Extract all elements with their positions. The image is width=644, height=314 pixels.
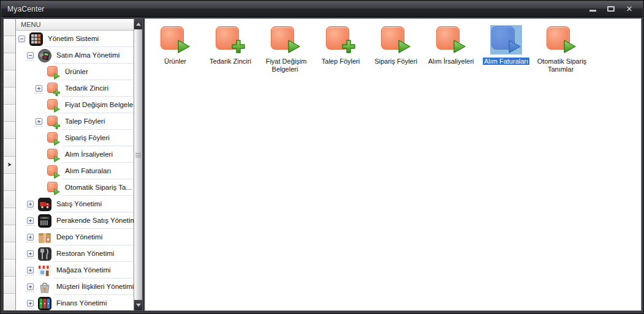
indicator-cell[interactable] [4, 191, 15, 208]
product-play-icon [47, 99, 60, 112]
tree-label-cell: Satış Yönetimi [53, 196, 134, 212]
expand-toggle[interactable] [27, 201, 36, 207]
crm-bag-icon [37, 280, 52, 294]
product-play-icon[interactable] [545, 25, 577, 54]
indicator-cell[interactable] [4, 70, 15, 88]
shortcut-alım-faturaları[interactable]: Alım Faturaları [479, 24, 534, 73]
product-play-icon [47, 181, 60, 195]
shortcut-tedarik-zinciri[interactable]: Tedarik Zinciri [203, 24, 258, 73]
tree-item-fiyat-değişim-belgeleri[interactable]: Fiyat Değişim Belgeleri [16, 97, 134, 113]
dotted-tick [26, 242, 34, 242]
shortcut-sipariş-föyleri[interactable]: Sipariş Föyleri [368, 24, 423, 73]
green-plus-icon [341, 39, 357, 54]
minimize-button[interactable] [588, 5, 597, 13]
tree-item-sipariş-föyleri[interactable]: Sipariş Föyleri [16, 130, 134, 146]
indicator-cell[interactable] [4, 242, 15, 260]
tree-item-label: Tedarik Zinciri [65, 84, 108, 92]
expand-toggle[interactable] [27, 52, 36, 59]
scrollbar-down-button[interactable] [134, 300, 142, 310]
maximize-button[interactable] [606, 5, 616, 13]
product-play-icon[interactable] [270, 25, 301, 54]
expand-plus-icon[interactable] [27, 217, 34, 224]
tree-item-finans-yönetimi[interactable]: Finans Yönetimi [16, 295, 134, 310]
product-play-icon[interactable] [380, 25, 412, 54]
tree-item-satış-yönetimi[interactable]: Satış Yönetimi [16, 196, 134, 212]
green-play-icon [561, 39, 577, 54]
indicator-cell[interactable] [4, 53, 15, 70]
indicator-cell[interactable] [4, 36, 15, 53]
expand-plus-icon[interactable] [36, 85, 42, 92]
tree-label-cell: Perakende Satış Yönetimi [53, 212, 134, 229]
product-plus-icon[interactable] [325, 25, 357, 54]
indicator-cell[interactable] [4, 208, 15, 225]
dotted-tick [26, 308, 34, 308]
tree-label-cell: Ürünler [62, 64, 134, 80]
tree-item-yönetim-sistemi[interactable]: Yönetim Sistemi [16, 31, 134, 47]
expand-plus-icon[interactable] [27, 234, 34, 241]
indicator-cell[interactable] [4, 294, 15, 310]
scrollbar-thumb-grip[interactable] [135, 153, 141, 158]
tree-label-cell: Alım İrsaliyeleri [62, 146, 134, 163]
tree-item-label: Alım Faturaları [65, 167, 111, 174]
tree-item-restoran-yönetimi[interactable]: Restoran Yönetimi [16, 245, 134, 262]
indicator-cell[interactable] [4, 139, 15, 156]
maximize-icon [607, 6, 615, 12]
tree-item-satın-alma-yönetimi[interactable]: Satın Alma Yönetimi [16, 47, 134, 64]
tree-item-mağaza-yönetimi[interactable]: Mağaza Yönetimi [16, 262, 134, 278]
expand-plus-icon[interactable] [27, 283, 34, 290]
arrow-down-icon [136, 304, 141, 307]
indicator-cell[interactable] [4, 260, 15, 277]
tree-item-perakende-satış-yönetimi[interactable]: Perakende Satış Yönetimi [16, 212, 134, 229]
collapse-minus-icon[interactable] [27, 52, 34, 59]
shortcut-otomatik-sipariş-tanımlar[interactable]: Otomatik Sipariş Tanımlar [534, 24, 589, 73]
shortcut-label-text: Alım Faturaları [483, 58, 529, 65]
tree-item-ürünler[interactable]: Ürünler [16, 64, 134, 80]
expand-toggle[interactable] [36, 118, 45, 125]
dotted-tick [26, 60, 34, 61]
scrollbar-up-button[interactable] [134, 19, 142, 29]
expand-toggle[interactable] [27, 283, 36, 290]
shortcut-alım-i-rsaliyeleri[interactable]: Alım İrsaliyeleri [423, 24, 479, 73]
product-play-icon[interactable] [159, 25, 191, 54]
tree-item-otomatik-sipariş-ta[interactable]: Otomatik Sipariş Ta... [16, 179, 134, 196]
expand-plus-icon[interactable] [27, 201, 34, 207]
indicator-cell[interactable] [4, 174, 15, 191]
tree-item-tedarik-zinciri[interactable]: Tedarik Zinciri [16, 80, 134, 97]
expand-toggle[interactable] [27, 217, 36, 224]
expand-plus-icon[interactable] [27, 300, 34, 307]
expand-plus-icon[interactable] [36, 118, 42, 125]
shortcut-talep-föyleri[interactable]: Talep Föyleri [313, 24, 368, 73]
tree-item-talep-föyleri[interactable]: Talep Föyleri [16, 113, 134, 130]
shortcut-ürünler[interactable]: Ürünler [148, 24, 203, 73]
indicator-cell[interactable] [4, 19, 15, 36]
indicator-cell[interactable] [4, 225, 15, 242]
expand-plus-icon[interactable] [27, 267, 34, 274]
tree-item-müşteri-i-lişkileri-yönetimi[interactable]: Müşteri İlişkileri Yönetimi [16, 278, 134, 295]
indicator-cell[interactable]: ➤ [4, 157, 15, 174]
shortcut-label: Sipariş Föyleri [373, 58, 419, 65]
expand-plus-icon[interactable] [27, 250, 34, 257]
expand-toggle[interactable] [27, 300, 36, 307]
product-play-icon[interactable] [435, 25, 467, 54]
tree-item-alım-i-rsaliyeleri[interactable]: Alım İrsaliyeleri [16, 146, 134, 163]
expand-toggle[interactable] [27, 267, 36, 274]
tree-item-alım-faturaları[interactable]: Alım Faturaları [16, 163, 134, 179]
tree-item-depo-yönetimi[interactable]: Depo Yönetimi [16, 229, 134, 245]
collapse-minus-icon[interactable] [18, 36, 25, 42]
indicator-cell[interactable] [4, 105, 15, 122]
product-play-icon[interactable] [490, 25, 522, 54]
indicator-cell[interactable] [4, 277, 15, 294]
expand-toggle[interactable] [18, 36, 28, 42]
menu-scrollbar[interactable] [134, 18, 143, 311]
close-button[interactable]: ✕ [624, 5, 634, 13]
indicator-cell[interactable] [4, 122, 15, 139]
indicator-cell[interactable] [4, 88, 15, 105]
shortcut-fiyat-değişim-belgeleri[interactable]: Fiyat Değişim Belgeleri [258, 24, 313, 73]
expand-toggle[interactable] [27, 250, 36, 257]
expand-toggle[interactable] [27, 234, 36, 241]
expand-toggle[interactable] [36, 85, 45, 92]
tree-item-label: Depo Yönetimi [56, 233, 102, 241]
product-plus-icon[interactable] [214, 25, 246, 54]
titlebar[interactable]: MyaCenter ✕ [1, 1, 643, 17]
dotted-tick [26, 225, 34, 226]
